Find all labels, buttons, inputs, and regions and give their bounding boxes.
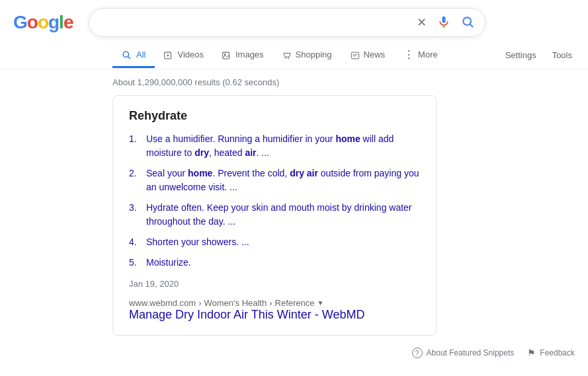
news-icon	[351, 49, 360, 59]
svg-line-4	[470, 24, 473, 26]
search-icons: ✕	[415, 14, 476, 32]
source-breadcrumb: Women's Health	[204, 298, 267, 308]
tab-all-label: All	[136, 50, 146, 59]
list-item: 1. Use a humidifier. Running a humidifie…	[129, 132, 420, 160]
close-icon: ✕	[417, 15, 427, 30]
header: Google dry air at home ✕	[0, 0, 588, 37]
more-dots-icon: ⋮	[403, 48, 414, 61]
list-item: 4. Shorten your showers. ...	[129, 235, 420, 249]
search-icon	[461, 15, 474, 30]
svg-point-5	[123, 52, 128, 57]
snippet-title: Rehydrate	[129, 109, 420, 123]
tab-shopping-label: Shopping	[296, 50, 332, 59]
results-info: About 1,290,000,000 results (0.62 second…	[0, 69, 588, 87]
feedback-label: Feedback	[540, 348, 575, 357]
list-item: 5. Moisturize.	[129, 256, 420, 270]
all-search-icon	[122, 50, 132, 60]
flag-icon: ⚑	[527, 348, 536, 358]
snippet-date: Jan 19, 2020	[129, 279, 420, 289]
tab-more[interactable]: ⋮ More	[394, 42, 447, 69]
images-icon	[222, 49, 231, 59]
tab-shopping[interactable]: Shopping	[273, 42, 341, 68]
svg-point-11	[285, 57, 286, 59]
breadcrumb-separator-2: ›	[269, 298, 272, 308]
tab-images-label: Images	[235, 50, 264, 59]
tab-news[interactable]: News	[341, 42, 395, 68]
google-logo[interactable]: Google	[13, 12, 73, 33]
search-button[interactable]	[460, 14, 476, 32]
search-input[interactable]: dry air at home	[99, 17, 410, 28]
about-snippets-icon: ?	[412, 348, 423, 358]
tab-news-label: News	[364, 50, 386, 59]
tools-link[interactable]: Tools	[550, 44, 575, 67]
about-snippets-label: About Featured Snippets	[427, 348, 515, 357]
svg-point-12	[288, 57, 289, 59]
clear-button[interactable]: ✕	[415, 14, 428, 31]
svg-rect-0	[442, 16, 446, 22]
nav-tabs: All Videos Images Shopping News ⋮ More S…	[0, 37, 588, 69]
nav-settings: Settings Tools	[503, 44, 588, 67]
main-content: Rehydrate 1. Use a humidifier. Running a…	[0, 87, 437, 336]
tab-images[interactable]: Images	[213, 42, 273, 68]
shopping-icon	[282, 49, 292, 59]
source-domain: www.webmd.com	[129, 298, 196, 308]
result-title-link[interactable]: Manage Dry Indoor Air This Winter - WebM…	[129, 308, 364, 321]
svg-line-6	[128, 57, 130, 59]
settings-link[interactable]: Settings	[503, 44, 539, 67]
svg-marker-8	[167, 54, 169, 57]
tab-more-label: More	[418, 50, 438, 59]
source-line: www.webmd.com › Women's Health › Referen…	[129, 298, 420, 308]
svg-rect-13	[351, 52, 358, 59]
search-bar: dry air at home ✕	[89, 8, 485, 37]
snippet-list: 1. Use a humidifier. Running a humidifie…	[129, 132, 420, 270]
about-snippets-item[interactable]: ? About Featured Snippets	[412, 348, 515, 358]
featured-snippet: Rehydrate 1. Use a humidifier. Running a…	[112, 95, 437, 336]
tab-videos[interactable]: Videos	[155, 42, 213, 68]
footer-bar: ? About Featured Snippets ⚑ Feedback	[0, 341, 588, 365]
breadcrumb-separator: ›	[198, 298, 201, 308]
tab-videos-label: Videos	[177, 50, 204, 59]
list-item: 3. Hydrate often. Keep your skin and mou…	[129, 201, 420, 229]
feedback-item[interactable]: ⚑ Feedback	[527, 348, 575, 358]
list-item: 2. Seal your home. Prevent the cold, dry…	[129, 167, 420, 194]
dropdown-arrow-icon: ▼	[317, 299, 324, 307]
mic-icon	[437, 15, 450, 30]
source-reference: Reference	[275, 298, 315, 308]
results-count: About 1,290,000,000 results (0.62 second…	[112, 77, 279, 87]
videos-icon	[164, 49, 173, 59]
voice-search-button[interactable]	[436, 14, 452, 32]
tab-all[interactable]: All	[112, 43, 155, 69]
